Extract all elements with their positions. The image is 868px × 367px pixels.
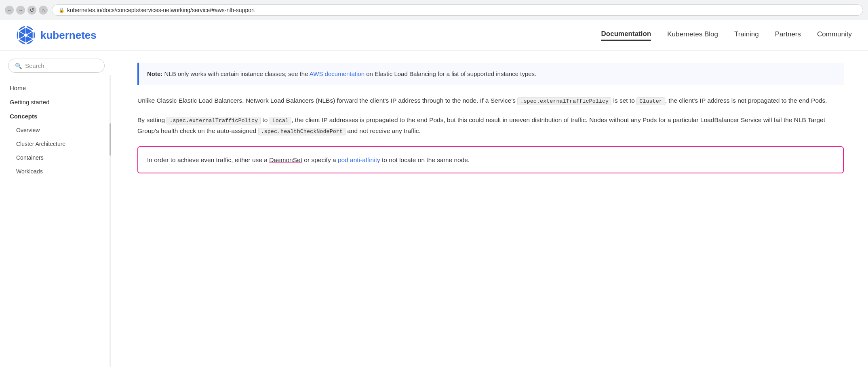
site-header: kubernetes Documentation Kubernetes Blog… xyxy=(0,20,868,51)
code-healthcheck: .spec.healthCheckNodePort xyxy=(258,128,346,135)
code-externaltrafficpolicy-1: .spec.externalTrafficPolicy xyxy=(517,97,611,105)
scroll-thumb[interactable] xyxy=(110,123,111,156)
nav-training[interactable]: Training xyxy=(734,30,759,40)
url-text: kubernetes.io/docs/concepts/services-net… xyxy=(67,7,255,13)
sidebar-item-overview[interactable]: Overview xyxy=(8,123,105,137)
main-content: Note: NLB only works with certain instan… xyxy=(113,51,868,367)
note-text-part2: on Elastic Load Balancing for a list of … xyxy=(364,70,536,77)
browser-nav-buttons: ← → ↺ ⌂ xyxy=(5,6,48,15)
svg-point-11 xyxy=(18,30,20,32)
daemonset-link[interactable]: DaemonSet xyxy=(269,156,302,163)
logo-text: kubernetes xyxy=(40,29,97,42)
nav-documentation[interactable]: Documentation xyxy=(601,30,651,41)
lock-icon: 🔒 xyxy=(59,7,65,13)
sidebar-item-getting-started[interactable]: Getting started xyxy=(8,95,105,109)
sidebar-item-cluster-architecture[interactable]: Cluster Architecture xyxy=(8,137,105,151)
sidebar-item-containers[interactable]: Containers xyxy=(8,151,105,165)
para1-text: Unlike Classic Elastic Load Balancers, N… xyxy=(137,97,517,104)
search-icon: 🔍 xyxy=(15,63,22,69)
highlight-text2: or specify a xyxy=(302,156,338,163)
reload-button[interactable]: ↺ xyxy=(27,6,36,15)
para2-mid: to xyxy=(261,116,270,123)
paragraph-1: Unlike Classic Elastic Load Balancers, N… xyxy=(137,95,844,106)
paragraph-2: By setting .spec.externalTrafficPolicy t… xyxy=(137,114,844,137)
home-button[interactable]: ⌂ xyxy=(39,6,48,15)
scroll-track xyxy=(110,75,111,367)
sidebar: 🔍 Search Home Getting started Concepts O… xyxy=(0,51,113,367)
para2-end2: and not receive any traffic. xyxy=(346,127,421,134)
svg-point-7 xyxy=(32,30,34,32)
back-button[interactable]: ← xyxy=(5,6,14,15)
note-box: Note: NLB only works with certain instan… xyxy=(137,63,844,85)
aws-documentation-link[interactable]: AWS documentation xyxy=(310,70,364,77)
para2-start: By setting xyxy=(137,116,166,123)
logo-area[interactable]: kubernetes xyxy=(16,25,97,45)
nav-partners[interactable]: Partners xyxy=(775,30,801,40)
para1-mid: is set to xyxy=(611,97,636,104)
nav-blog[interactable]: Kubernetes Blog xyxy=(667,30,718,40)
svg-point-8 xyxy=(32,38,34,40)
svg-point-6 xyxy=(25,26,27,28)
pod-anti-affinity-link[interactable]: pod anti-affinity xyxy=(338,156,380,163)
main-nav: Documentation Kubernetes Blog Training P… xyxy=(601,30,852,41)
sidebar-nav: Home Getting started Concepts Overview C… xyxy=(0,81,113,178)
address-bar[interactable]: 🔒 kubernetes.io/docs/concepts/services-n… xyxy=(52,4,863,16)
svg-point-5 xyxy=(24,34,27,37)
highlight-text3: to not locate on the same node. xyxy=(380,156,470,163)
note-text: Note: NLB only works with certain instan… xyxy=(147,69,836,79)
sidebar-item-workloads[interactable]: Workloads xyxy=(8,165,105,178)
forward-button[interactable]: → xyxy=(16,6,25,15)
nav-community[interactable]: Community xyxy=(817,30,852,40)
page-layout: 🔍 Search Home Getting started Concepts O… xyxy=(0,51,868,367)
svg-point-9 xyxy=(25,42,27,44)
highlight-box: In order to achieve even traffic, either… xyxy=(137,146,844,173)
sidebar-item-concepts[interactable]: Concepts xyxy=(8,109,105,123)
code-externaltrafficpolicy-2: .spec.externalTrafficPolicy xyxy=(166,117,261,124)
sidebar-item-home[interactable]: Home xyxy=(8,81,105,95)
search-box[interactable]: 🔍 Search xyxy=(8,59,105,73)
search-placeholder: Search xyxy=(25,62,44,69)
code-local: Local xyxy=(270,117,292,124)
svg-point-10 xyxy=(18,38,20,40)
note-text-part: NLB only works with certain instance cla… xyxy=(162,70,310,77)
code-cluster: Cluster xyxy=(636,97,665,105)
para1-end: , the client's IP address is not propaga… xyxy=(665,97,827,104)
browser-chrome: ← → ↺ ⌂ 🔒 kubernetes.io/docs/concepts/se… xyxy=(0,0,868,20)
note-bold: Note: xyxy=(147,70,162,77)
kubernetes-logo-icon xyxy=(16,25,36,45)
highlight-text1: In order to achieve even traffic, either… xyxy=(147,156,269,163)
